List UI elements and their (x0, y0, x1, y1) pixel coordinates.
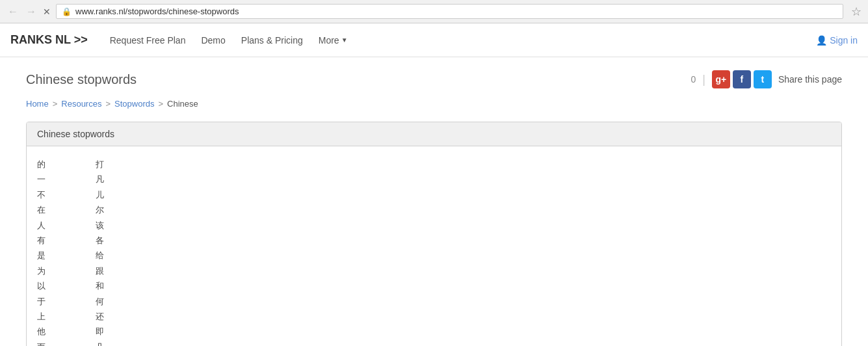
social-icons: g+ f t (712, 70, 772, 88)
nav-more[interactable]: More ▼ (312, 31, 354, 49)
list-item: 他 (37, 324, 96, 339)
list-item: 不 (37, 187, 96, 202)
list-item: 跟 (96, 263, 154, 278)
list-item: 上 (37, 309, 96, 324)
twitter-button[interactable]: t (754, 70, 772, 88)
nav-request-free-plan[interactable]: Request Free Plan (103, 31, 192, 49)
breadcrumb-current: Chinese (167, 99, 198, 109)
list-item: 打 (96, 157, 154, 172)
share-label: Share this page (778, 74, 842, 85)
breadcrumb-sep-3: > (158, 99, 163, 109)
list-item: 在 (37, 202, 96, 217)
list-item: 有 (37, 233, 96, 248)
share-divider: | (702, 73, 705, 86)
list-item: 该 (96, 218, 154, 233)
list-item: 的 (37, 157, 96, 172)
list-item: 即 (96, 324, 154, 339)
forward-button[interactable]: → (25, 5, 38, 18)
breadcrumb-sep-1: > (53, 99, 58, 109)
page-content: Chinese stopwords 0 | g+ f t Share this … (0, 57, 868, 346)
chevron-down-icon: ▼ (341, 36, 348, 44)
stopwords-column-1: 的一不在人有是为以于上他而后之 (37, 157, 96, 346)
stopwords-grid: 的一不在人有是为以于上他而后之 打凡儿尔该各给跟和何还即几既看 (37, 157, 831, 346)
list-item: 以 (37, 278, 96, 293)
breadcrumb-home[interactable]: Home (26, 99, 49, 109)
breadcrumb-sep-2: > (105, 99, 111, 109)
address-bar[interactable]: 🔒 www.ranks.nl/stopwords/chinese-stopwor… (56, 4, 843, 19)
nav-right: 👤 Sign in (816, 35, 858, 46)
stopwords-column-2: 打凡儿尔该各给跟和何还即几既看 (96, 157, 154, 346)
list-item: 是 (37, 248, 96, 263)
facebook-button[interactable]: f (733, 70, 751, 88)
list-item: 给 (96, 248, 154, 263)
breadcrumb-resources[interactable]: Resources (61, 99, 101, 109)
list-item: 和 (96, 278, 154, 293)
list-item: 几 (96, 339, 154, 346)
nav-plans-pricing[interactable]: Plans & Pricing (235, 31, 309, 49)
share-section: 0 | g+ f t Share this page (690, 70, 842, 88)
list-item: 为 (37, 263, 96, 278)
url-text: www.ranks.nl/stopwords/chinese-stopwords (75, 7, 239, 16)
card-header: Chinese stopwords (27, 122, 841, 146)
nav-links: Request Free Plan Demo Plans & Pricing M… (103, 31, 816, 49)
breadcrumb-stopwords[interactable]: Stopwords (114, 99, 154, 109)
browser-chrome: ← → ✕ 🔒 www.ranks.nl/stopwords/chinese-s… (0, 0, 868, 23)
page-header: Chinese stopwords 0 | g+ f t Share this … (26, 70, 842, 88)
close-button[interactable]: ✕ (43, 7, 51, 17)
list-item: 而 (37, 339, 96, 346)
share-count: 0 (690, 74, 696, 85)
list-item: 人 (37, 218, 96, 233)
list-item: 还 (96, 309, 154, 324)
nav-demo[interactable]: Demo (194, 31, 231, 49)
list-item: 凡 (96, 172, 154, 187)
card-body: 的一不在人有是为以于上他而后之 打凡儿尔该各给跟和何还即几既看 (27, 146, 841, 346)
lock-icon: 🔒 (62, 7, 72, 16)
list-item: 何 (96, 294, 154, 309)
list-item: 一 (37, 172, 96, 187)
list-item: 于 (37, 294, 96, 309)
top-nav: RANKS NL >> Request Free Plan Demo Plans… (0, 23, 868, 57)
list-item: 儿 (96, 187, 154, 202)
list-item: 各 (96, 233, 154, 248)
breadcrumb: Home > Resources > Stopwords > Chinese (26, 99, 842, 109)
content-card: Chinese stopwords 的一不在人有是为以于上他而后之 打凡儿尔该各… (26, 122, 842, 346)
page-title: Chinese stopwords (26, 72, 137, 87)
brand-logo[interactable]: RANKS NL >> (10, 33, 88, 47)
user-icon: 👤 (816, 35, 827, 46)
list-item: 尔 (96, 202, 154, 217)
sign-in-button[interactable]: 👤 Sign in (816, 35, 858, 46)
back-button[interactable]: ← (7, 5, 20, 18)
bookmark-star-icon[interactable]: ☆ (851, 5, 861, 19)
google-plus-button[interactable]: g+ (712, 70, 730, 88)
